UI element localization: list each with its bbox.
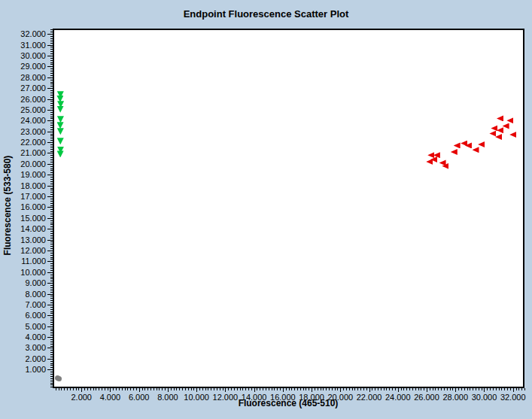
y-axis-tick [47, 196, 53, 197]
x-axis-tick [269, 388, 269, 390]
x-axis-tick [473, 388, 473, 390]
y-axis-tick [50, 226, 53, 227]
x-axis-tick [323, 388, 324, 390]
y-axis-tick [47, 261, 53, 262]
y-axis-tick-label: 32.000 [0, 29, 46, 38]
y-axis-tick [47, 240, 53, 241]
y-axis-tick [50, 285, 53, 286]
y-axis-tick [50, 209, 53, 210]
x-axis-tick [378, 388, 378, 390]
y-axis-tick [50, 292, 53, 293]
x-axis-tick [490, 388, 491, 390]
data-point-gray-cluster[interactable] [56, 376, 62, 381]
y-axis-tick-label: 27.000 [0, 83, 46, 93]
x-axis-tick [395, 388, 396, 390]
y-axis-tick [50, 350, 53, 351]
y-axis-tick [50, 151, 53, 152]
x-axis-tick [90, 388, 91, 390]
x-axis-tick [122, 388, 123, 390]
x-axis-tick [343, 388, 344, 390]
x-axis-tick [171, 388, 172, 390]
y-axis-tick [50, 159, 53, 160]
x-axis-tick [248, 388, 249, 390]
y-axis-tick [50, 214, 53, 214]
x-axis-tick [78, 388, 79, 390]
y-axis-tick [50, 381, 53, 381]
y-axis-tick [50, 387, 53, 387]
y-axis-tick [50, 352, 53, 353]
x-axis-tick [389, 388, 390, 390]
x-axis-tick [450, 388, 451, 390]
y-axis-tick-label: 26.000 [0, 95, 46, 104]
y-axis-tick [50, 244, 53, 244]
x-axis-tick [291, 388, 292, 390]
x-axis-tick [188, 388, 189, 390]
y-axis-tick [50, 263, 53, 264]
x-axis-tick [130, 388, 131, 390]
y-axis-tick [47, 283, 53, 284]
y-axis-tick [50, 275, 53, 275]
x-axis-tick [211, 388, 211, 390]
y-axis-tick [50, 53, 53, 54]
y-axis-tick [47, 348, 53, 348]
y-axis-tick [50, 190, 53, 190]
y-axis-tick-label: 3.000 [0, 343, 46, 352]
y-axis-tick [50, 307, 53, 308]
x-axis-tick [217, 388, 217, 390]
y-axis-tick [50, 224, 53, 225]
x-axis-tick [518, 388, 519, 390]
y-axis-tick [47, 88, 53, 89]
x-axis-tick [326, 388, 327, 390]
y-axis-tick [50, 378, 53, 379]
y-axis-tick [50, 361, 53, 362]
x-axis-tick [220, 388, 220, 390]
y-axis-tick [47, 337, 53, 338]
y-axis-tick [50, 342, 53, 342]
y-axis-tick [50, 73, 53, 74]
x-axis-tick [286, 388, 287, 390]
y-axis-tick [50, 246, 53, 247]
x-axis-tick [174, 388, 175, 390]
x-axis-tick [64, 388, 65, 390]
y-axis-tick-label: 28.000 [0, 73, 46, 82]
y-axis-tick [50, 238, 53, 238]
y-axis-tick [50, 346, 53, 347]
y-axis-tick-label: 12.000 [0, 246, 46, 255]
y-axis-tick [50, 86, 53, 87]
x-axis-tick [430, 388, 430, 390]
y-axis-tick [50, 298, 53, 299]
x-axis-tick [375, 388, 375, 390]
y-axis-tick-label: 31.000 [0, 41, 46, 50]
y-axis-tick [50, 147, 53, 147]
x-axis-tick [444, 388, 445, 390]
x-axis-tick [476, 388, 476, 390]
y-axis-tick-label: 8.000 [0, 290, 46, 299]
x-axis-tick [196, 388, 197, 392]
y-axis-tick [47, 142, 53, 143]
y-axis-tick-label: 14.000 [0, 224, 46, 233]
x-axis-tick [84, 388, 85, 390]
y-axis-tick [50, 51, 53, 52]
y-axis-tick-label: 16.000 [0, 202, 46, 211]
y-axis-tick [50, 58, 53, 59]
y-axis-tick-label: 9.000 [0, 278, 46, 287]
y-axis-tick [47, 99, 53, 100]
x-axis-tick [510, 388, 511, 390]
x-axis-tick [260, 388, 260, 390]
plot-area[interactable] [53, 29, 524, 388]
x-axis-tick [99, 388, 99, 390]
x-axis-tick [357, 388, 358, 390]
y-axis-tick [50, 317, 53, 318]
x-axis-tick [346, 388, 347, 390]
y-axis-tick [50, 357, 53, 357]
x-axis-tick [179, 388, 180, 390]
x-axis-tick [272, 388, 272, 390]
y-axis-tick [50, 383, 53, 384]
x-axis-tick [61, 388, 62, 390]
y-axis-tick [47, 294, 53, 295]
y-axis-tick [47, 132, 53, 132]
y-axis-tick [50, 62, 53, 63]
y-axis-tick [50, 313, 53, 314]
y-axis-tick [50, 188, 53, 189]
x-axis-tick [266, 388, 266, 390]
